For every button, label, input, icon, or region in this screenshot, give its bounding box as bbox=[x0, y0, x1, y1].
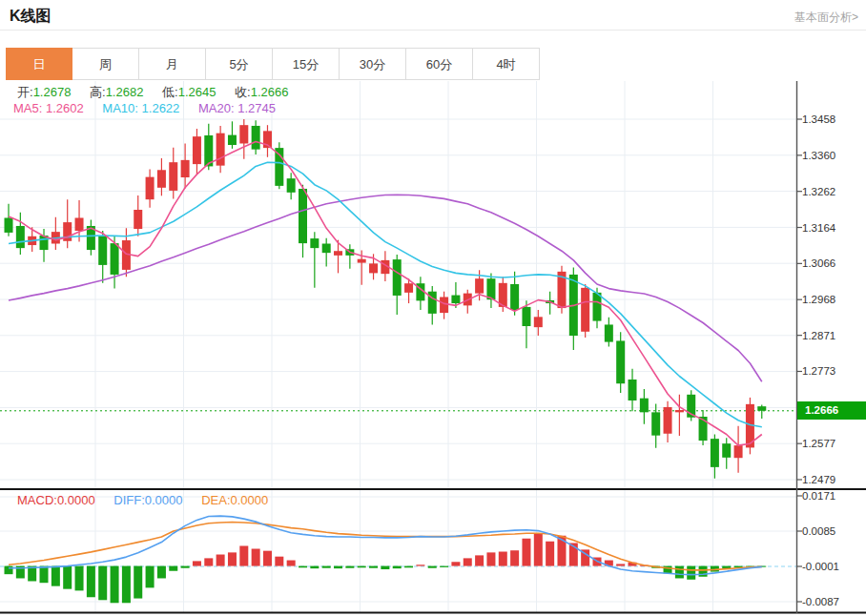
price-tick-label: 1.3066 bbox=[802, 257, 835, 269]
close-value: 1.2666 bbox=[251, 85, 289, 99]
dea-value: 0.0000 bbox=[231, 493, 269, 507]
ohlc-legend: 开:1.2678 高:1.2682 低:1.2645 收:1.2666 bbox=[17, 84, 303, 101]
ma20-value: 1.2745 bbox=[237, 101, 276, 115]
price-tick-label: 1.2773 bbox=[802, 365, 835, 377]
macd-tick-label: 0.0171 bbox=[802, 490, 835, 502]
macd-tick-label: 0.0085 bbox=[802, 525, 835, 537]
ma-legend: MA5: 1.2602 MA10: 1.2622 MA20: 1.2745 bbox=[13, 101, 276, 115]
price-tick-label: 1.2968 bbox=[802, 294, 835, 305]
macd-label: MACD: bbox=[17, 493, 57, 507]
price-tick-label: 1.2871 bbox=[802, 330, 835, 341]
macd-tick-label: -0.0087 bbox=[802, 596, 839, 607]
price-tick-label: 1.2479 bbox=[802, 474, 835, 485]
macd-value: 0.0000 bbox=[57, 493, 95, 507]
diff-label: DIFF: bbox=[113, 493, 145, 507]
price-tick-label: 1.3262 bbox=[802, 186, 835, 197]
price-tick-label: 1.3360 bbox=[802, 150, 835, 161]
price-tick-label: 1.3458 bbox=[802, 113, 835, 125]
kline-widget: K线图 基本面分析> 日周月5分15分30分60分4时 开:1.2678 高:1… bbox=[0, 0, 866, 616]
ma10-value: 1.2622 bbox=[142, 101, 180, 115]
open-value: 1.2678 bbox=[33, 85, 72, 99]
close-label: 收: bbox=[235, 85, 251, 99]
price-tick-label: 1.3164 bbox=[802, 222, 835, 234]
low-value: 1.2645 bbox=[178, 85, 216, 99]
high-value: 1.2682 bbox=[106, 85, 144, 99]
ma5-value: 1.2602 bbox=[46, 101, 84, 115]
current-price-badge: 1.2666 bbox=[797, 401, 866, 420]
ma10-label: MA10: bbox=[102, 101, 138, 115]
macd-tick-label: -0.0001 bbox=[802, 561, 839, 572]
dea-label: DEA: bbox=[201, 493, 230, 507]
ma5-label: MA5: bbox=[13, 101, 42, 115]
price-tick-label: 1.2577 bbox=[802, 438, 835, 449]
open-label: 开: bbox=[17, 85, 33, 99]
ma20-label: MA20: bbox=[198, 101, 235, 115]
low-label: 低: bbox=[162, 85, 178, 99]
diff-value: 0.0000 bbox=[145, 493, 183, 507]
high-label: 高: bbox=[90, 85, 106, 99]
macd-legend: MACD:0.0000 DIFF:0.0000 DEA:0.0000 bbox=[17, 493, 268, 507]
